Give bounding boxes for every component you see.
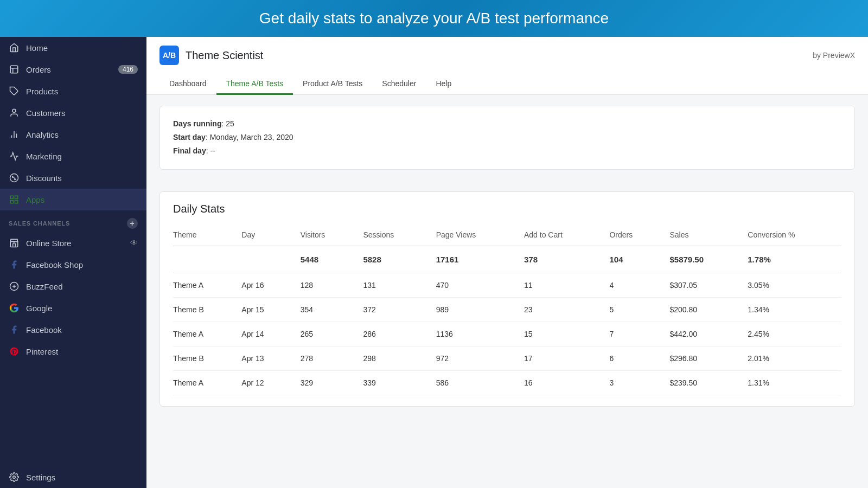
sidebar-item-pinterest[interactable]: Pinterest (0, 341, 146, 362)
pinterest-icon (9, 346, 20, 357)
sidebar-item-facebook[interactable]: Facebook (0, 319, 146, 341)
analytics-icon (9, 129, 20, 140)
sidebar-item-customers[interactable]: Customers (0, 102, 146, 124)
app-name: Theme Scientist (186, 49, 263, 62)
tab-product-ab-tests[interactable]: Product A/B Tests (293, 74, 372, 95)
sidebar-item-settings[interactable]: Settings (0, 466, 146, 488)
col-conversion: Conversion % (741, 226, 841, 246)
tabs: Dashboard Theme A/B Tests Product A/B Te… (159, 74, 855, 94)
sidebar-item-customers-label: Customers (26, 108, 66, 118)
row-add-to-cart: 23 (518, 297, 603, 322)
tab-dashboard[interactable]: Dashboard (159, 74, 216, 95)
sidebar-item-facebook-label: Facebook (26, 325, 62, 335)
col-visitors: Visitors (294, 226, 357, 246)
top-banner: Get daily stats to analyze your A/B test… (0, 0, 868, 37)
col-sales: Sales (663, 226, 741, 246)
svg-rect-14 (10, 201, 13, 203)
sales-channels-header: SALES CHANNELS + (0, 210, 146, 232)
row-orders: 5 (603, 297, 663, 322)
svg-point-4 (12, 109, 16, 112)
row-theme: Theme A (173, 370, 235, 395)
daily-stats-card: Daily Stats Theme Day Visitors Sessions … (159, 191, 855, 407)
facebook-icon (9, 324, 20, 335)
row-conversion: 2.01% (741, 346, 841, 370)
tab-scheduler[interactable]: Scheduler (372, 74, 426, 95)
sidebar: Home Orders 416 Products Customers (0, 37, 146, 488)
row-theme: Theme A (173, 322, 235, 346)
sidebar-item-apps[interactable]: Apps (0, 189, 146, 210)
main-layout: Home Orders 416 Products Customers (0, 37, 868, 488)
orders-badge: 416 (118, 65, 138, 74)
sidebar-item-online-store-label: Online Store (26, 239, 71, 248)
row-orders: 4 (603, 273, 663, 297)
sidebar-item-products[interactable]: Products (0, 80, 146, 102)
sidebar-item-settings-label: Settings (26, 473, 55, 482)
table-row: Theme A Apr 12 329 339 586 16 3 $239.50 … (173, 370, 841, 395)
row-page-views: 470 (430, 273, 518, 297)
svg-rect-12 (10, 196, 13, 198)
row-page-views: 989 (430, 297, 518, 322)
sidebar-item-orders[interactable]: Orders 416 (0, 59, 146, 80)
app-title-row: A/B Theme Scientist (159, 46, 263, 65)
row-conversion: 2.45% (741, 322, 841, 346)
totals-page-views: 17161 (430, 246, 518, 273)
totals-sales: $5879.50 (663, 246, 741, 273)
row-visitors: 354 (294, 297, 357, 322)
row-sales: $296.80 (663, 346, 741, 370)
row-orders: 3 (603, 370, 663, 395)
sidebar-item-facebook-shop[interactable]: Facebook Shop (0, 254, 146, 275)
tab-help[interactable]: Help (426, 74, 461, 95)
row-orders: 7 (603, 322, 663, 346)
col-sessions: Sessions (356, 226, 429, 246)
facebook-shop-icon (9, 259, 20, 270)
tab-theme-ab-tests[interactable]: Theme A/B Tests (216, 74, 293, 95)
sidebar-item-buzzfeed[interactable]: BuzzFeed (0, 275, 146, 297)
sidebar-item-discounts[interactable]: Discounts (0, 167, 146, 189)
row-sales: $239.50 (663, 370, 741, 395)
sidebar-item-marketing[interactable]: Marketing (0, 145, 146, 167)
col-day: Day (235, 226, 293, 246)
sidebar-item-google[interactable]: Google (0, 297, 146, 319)
sidebar-item-home[interactable]: Home (0, 37, 146, 59)
row-add-to-cart: 15 (518, 322, 603, 346)
customers-icon (9, 107, 20, 118)
row-visitors: 265 (294, 322, 357, 346)
store-icon (9, 237, 20, 248)
days-running-value: 25 (226, 119, 234, 128)
totals-conversion: 1.78% (741, 246, 841, 273)
test-info-text: Days running: 25 Start day: Monday, Marc… (173, 117, 841, 158)
sidebar-item-analytics[interactable]: Analytics (0, 124, 146, 145)
sidebar-item-google-label: Google (26, 304, 52, 313)
totals-visitors: 5448 (294, 246, 357, 273)
buzzfeed-icon (9, 281, 20, 292)
test-info-card: Days running: 25 Start day: Monday, Marc… (159, 106, 855, 170)
sidebar-item-orders-label: Orders (26, 65, 51, 74)
row-day: Apr 13 (235, 346, 293, 370)
totals-day (235, 246, 293, 273)
sidebar-item-analytics-label: Analytics (26, 130, 59, 139)
col-page-views: Page Views (430, 226, 518, 246)
add-sales-channel-button[interactable]: + (127, 218, 138, 229)
row-conversion: 3.05% (741, 273, 841, 297)
products-icon (9, 86, 20, 97)
row-visitors: 128 (294, 273, 357, 297)
app-logo: A/B (159, 46, 179, 65)
table-header-row: Theme Day Visitors Sessions Page Views A… (173, 226, 841, 246)
row-sales: $200.80 (663, 297, 741, 322)
row-visitors: 329 (294, 370, 357, 395)
eye-icon[interactable]: 👁 (130, 239, 138, 247)
row-day: Apr 16 (235, 273, 293, 297)
row-sessions: 131 (356, 273, 429, 297)
row-add-to-cart: 16 (518, 370, 603, 395)
orders-icon (9, 64, 20, 75)
table-row: Theme A Apr 16 128 131 470 11 4 $307.05 … (173, 273, 841, 297)
sidebar-item-apps-label: Apps (26, 195, 44, 204)
sidebar-item-online-store[interactable]: Online Store 👁 (0, 232, 146, 254)
row-sessions: 339 (356, 370, 429, 395)
row-day: Apr 14 (235, 322, 293, 346)
start-day-label: Start day (173, 133, 206, 142)
svg-line-9 (12, 176, 16, 179)
row-sessions: 372 (356, 297, 429, 322)
row-orders: 6 (603, 346, 663, 370)
settings-icon (9, 472, 20, 483)
